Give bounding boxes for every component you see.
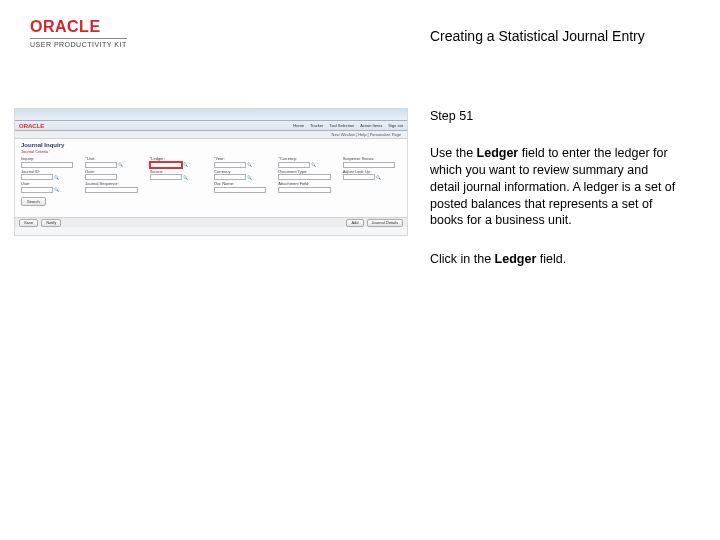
- screenshot-menubar: ORACLE Home Tracker Tool Selection Actio…: [15, 121, 407, 131]
- journalid-input[interactable]: [21, 174, 53, 180]
- screenshot-subheading: Journal Criteria: [21, 149, 401, 154]
- field-label: *Ledger:: [150, 157, 208, 161]
- notify-button[interactable]: Notify: [41, 219, 61, 227]
- add-button[interactable]: Add: [346, 219, 363, 227]
- field-label: Journal ID:: [21, 170, 79, 174]
- lookup-icon[interactable]: 🔍: [54, 175, 59, 180]
- text: Use the: [430, 146, 477, 160]
- field-label: *Unit:: [85, 157, 143, 161]
- field-label: *Currency:: [278, 157, 336, 161]
- instruction-body: Use the Ledger field to enter the ledger…: [430, 145, 680, 229]
- screenshot-heading: Journal Inquiry: [21, 142, 401, 148]
- lookup-icon[interactable]: 🔍: [118, 162, 123, 167]
- ledger-input[interactable]: [150, 162, 182, 168]
- lookup-icon[interactable]: 🔍: [311, 162, 316, 167]
- page-title: Creating a Statistical Journal Entry: [430, 28, 645, 44]
- instruction-panel: Step 51 Use the Ledger field to enter th…: [430, 108, 680, 268]
- step-number: Step 51: [430, 108, 680, 125]
- field-label: Document Type:: [278, 170, 336, 174]
- lookup-icon[interactable]: 🔍: [247, 175, 252, 180]
- menu-item: Home: [293, 123, 304, 128]
- embedded-screenshot: ORACLE Home Tracker Tool Selection Actio…: [14, 108, 408, 236]
- screenshot-menu-items: Home Tracker Tool Selection Action Items…: [293, 123, 403, 128]
- screenshot-oracle-logo: ORACLE: [19, 123, 44, 129]
- field-label: Currency:: [214, 170, 272, 174]
- inquiry-input[interactable]: [21, 162, 73, 168]
- unit-input[interactable]: [85, 162, 117, 168]
- journal-details-button[interactable]: Journal Details: [367, 219, 403, 227]
- menu-item: Tracker: [310, 123, 323, 128]
- suspense-input[interactable]: [343, 162, 395, 168]
- screenshot-footer: Save Notify Add Journal Details: [15, 217, 407, 227]
- text-bold: Ledger: [495, 252, 537, 266]
- criteria-grid: Inquiry: *Unit:🔍 *Ledger:🔍 *Year:🔍 *Curr…: [21, 157, 401, 193]
- field-label: *Year:: [214, 157, 272, 161]
- menu-item: Sign out: [388, 123, 403, 128]
- field-label: Attachment Field:: [278, 182, 336, 186]
- menu-item: Action Items: [360, 123, 382, 128]
- text: field.: [536, 252, 566, 266]
- brand-logo: ORACLE USER PRODUCTIVITY KIT: [30, 18, 127, 48]
- text: Click in the: [430, 252, 495, 266]
- year-input[interactable]: [214, 162, 246, 168]
- field-label: Adjust Look Up:: [343, 170, 401, 174]
- lookup-icon[interactable]: 🔍: [183, 175, 188, 180]
- screenshot-body: Journal Inquiry Journal Criteria Inquiry…: [15, 139, 407, 217]
- lookup-icon[interactable]: 🔍: [54, 187, 59, 192]
- field-label: Date:: [85, 170, 143, 174]
- lookup-icon[interactable]: 🔍: [376, 175, 381, 180]
- text-bold: Ledger: [477, 146, 519, 160]
- docname-input[interactable]: [214, 187, 267, 193]
- search-button[interactable]: Search: [21, 197, 46, 206]
- lookup-icon[interactable]: 🔍: [247, 162, 252, 167]
- instruction-action: Click in the Ledger field.: [430, 251, 680, 268]
- field-label: Doc Name:: [214, 182, 272, 186]
- field-label: User:: [21, 182, 79, 186]
- doctype-input[interactable]: [278, 174, 330, 180]
- field-label: Journal Sequence:: [85, 182, 143, 186]
- save-button[interactable]: Save: [19, 219, 38, 227]
- field-label: Source:: [150, 170, 208, 174]
- product-line: USER PRODUCTIVITY KIT: [30, 38, 127, 48]
- menu-item: Tool Selection: [329, 123, 354, 128]
- oracle-wordmark: ORACLE: [30, 18, 127, 36]
- jseq-input[interactable]: [85, 187, 137, 193]
- lookup-icon[interactable]: 🔍: [183, 162, 188, 167]
- source-input[interactable]: [150, 174, 182, 180]
- user-input[interactable]: [21, 187, 53, 193]
- currency2-input[interactable]: [214, 174, 246, 180]
- screenshot-subnav: New Window | Help | Personalize Page: [15, 131, 407, 139]
- screenshot-titlebar: [15, 109, 407, 121]
- date-input[interactable]: [85, 174, 117, 180]
- currency-input[interactable]: [278, 162, 310, 168]
- field-label: Suspense Status:: [343, 157, 401, 161]
- adjust-input[interactable]: [343, 174, 375, 180]
- field-label: Inquiry:: [21, 157, 79, 161]
- attach-input[interactable]: [278, 187, 330, 193]
